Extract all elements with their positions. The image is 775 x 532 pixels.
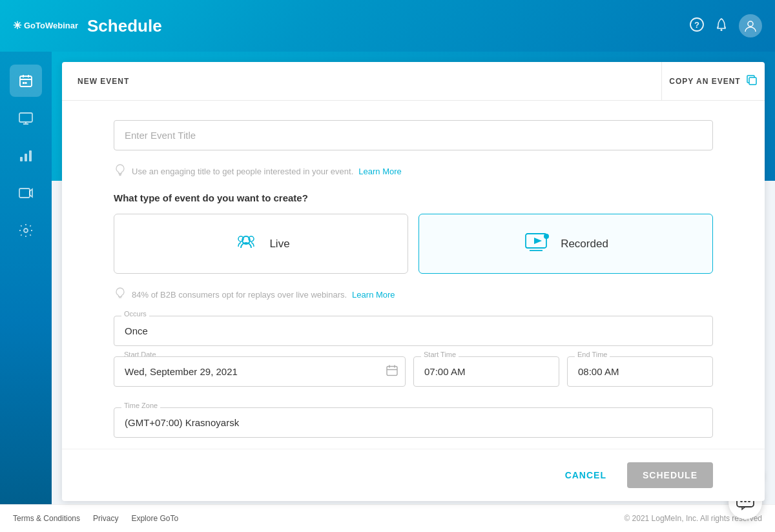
footer-privacy-link[interactable]: Privacy — [93, 514, 118, 523]
svg-marker-18 — [534, 238, 542, 244]
start-date-field: Start Date — [114, 356, 406, 387]
svg-rect-4 — [20, 76, 32, 87]
start-time-input[interactable] — [413, 356, 559, 387]
page-title: Schedule — [87, 16, 162, 36]
event-type-live[interactable]: Live — [114, 214, 408, 274]
svg-point-3 — [748, 21, 753, 26]
svg-rect-13 — [749, 77, 756, 85]
sidebar-item-settings[interactable] — [10, 214, 42, 247]
start-time-label: Start Time — [421, 351, 459, 358]
svg-rect-11 — [19, 189, 30, 198]
svg-rect-6 — [25, 82, 27, 84]
page-footer: Terms & Conditions Privacy Explore GoTo … — [0, 504, 775, 532]
bell-icon[interactable] — [714, 17, 728, 35]
copy-event-button[interactable]: COPY AN EVENT — [661, 62, 765, 100]
end-time-input[interactable] — [567, 356, 713, 387]
card-body: Use an engaging title to get people inte… — [62, 101, 765, 449]
content-area: NEW EVENT COPY AN EVENT — [52, 52, 775, 504]
occurs-input[interactable] — [114, 316, 713, 346]
new-event-label: NEW EVENT — [78, 77, 129, 86]
timezone-label: Time Zone — [121, 402, 160, 409]
svg-rect-10 — [29, 150, 32, 161]
event-type-group: What type of event do you want to create… — [114, 192, 713, 274]
date-time-row: Start Date — [114, 356, 713, 397]
header: ✳ GoToWebinar Schedule ? — [0, 0, 775, 52]
card-header: NEW EVENT COPY AN EVENT — [62, 62, 765, 101]
stats-learn-more-link[interactable]: Learn More — [352, 290, 395, 300]
stats-hint-text: 84% of B2B consumers opt for replays ove… — [132, 290, 347, 300]
title-hint-row: Use an engaging title to get people inte… — [114, 163, 713, 179]
svg-rect-5 — [23, 82, 25, 84]
sidebar-item-monitor[interactable] — [10, 102, 42, 134]
calendar-icon[interactable] — [386, 364, 398, 379]
stats-hint-row: 84% of B2B consumers opt for replays ove… — [114, 287, 713, 303]
help-icon[interactable]: ? — [690, 17, 704, 35]
sidebar-item-analytics[interactable] — [10, 139, 42, 172]
header-right: ? — [690, 14, 762, 37]
svg-point-12 — [24, 229, 28, 232]
start-date-input[interactable] — [114, 356, 406, 387]
sidebar-item-schedule[interactable] — [10, 65, 42, 97]
event-type-recorded[interactable]: Recorded — [418, 214, 713, 274]
cancel-button[interactable]: CANCEL — [555, 464, 617, 487]
start-time-field: Start Time — [413, 356, 559, 387]
svg-rect-8 — [20, 157, 23, 161]
svg-rect-9 — [25, 154, 27, 161]
svg-point-19 — [544, 234, 549, 239]
event-title-group — [114, 120, 713, 150]
recorded-event-icon — [523, 230, 552, 258]
end-time-label: End Time — [575, 351, 610, 358]
svg-rect-7 — [19, 113, 32, 122]
recorded-label: Recorded — [561, 238, 608, 251]
schedule-button[interactable]: SCHEDULE — [627, 462, 713, 488]
event-type-question: What type of event do you want to create… — [114, 192, 713, 203]
header-left: ✳ GoToWebinar Schedule — [13, 16, 162, 36]
sidebar — [0, 52, 52, 504]
title-hint-text: Use an engaging title to get people inte… — [132, 167, 353, 176]
hint-bulb-icon — [114, 163, 127, 179]
svg-rect-20 — [387, 366, 397, 375]
copy-event-label: COPY AN EVENT — [669, 77, 740, 86]
logo-area: ✳ GoToWebinar — [13, 19, 78, 33]
live-label: Live — [269, 238, 289, 251]
event-type-row: Live R — [114, 214, 713, 274]
copy-icon — [746, 74, 758, 88]
footer-explore-link[interactable]: Explore GoTo — [131, 514, 178, 523]
card-footer: CANCEL SCHEDULE — [62, 449, 765, 501]
footer-links: Terms & Conditions Privacy Explore GoTo — [13, 514, 178, 523]
timezone-field: Time Zone — [114, 407, 713, 438]
logo-icon: ✳ — [13, 19, 21, 32]
occurs-field: Occurs — [114, 316, 713, 346]
footer-terms-link[interactable]: Terms & Conditions — [13, 514, 80, 523]
end-time-field: End Time — [567, 356, 713, 387]
live-event-icon — [232, 230, 260, 258]
avatar[interactable] — [739, 14, 762, 37]
card-header-left: NEW EVENT — [62, 62, 661, 100]
svg-text:?: ? — [694, 20, 699, 30]
main-layout: NEW EVENT COPY AN EVENT — [0, 52, 775, 504]
start-date-wrapper — [114, 356, 406, 387]
sidebar-item-recordings[interactable] — [10, 177, 42, 209]
occurs-label: Occurs — [121, 310, 149, 318]
stats-hint-icon — [114, 287, 127, 303]
main-card: NEW EVENT COPY AN EVENT — [62, 62, 765, 501]
title-learn-more-link[interactable]: Learn More — [358, 167, 401, 176]
svg-point-2 — [721, 29, 723, 31]
event-title-input[interactable] — [114, 120, 713, 150]
brand-name: GoToWebinar — [24, 21, 78, 30]
timezone-input[interactable] — [114, 407, 713, 438]
logo-brand: ✳ GoToWebinar — [13, 19, 78, 32]
